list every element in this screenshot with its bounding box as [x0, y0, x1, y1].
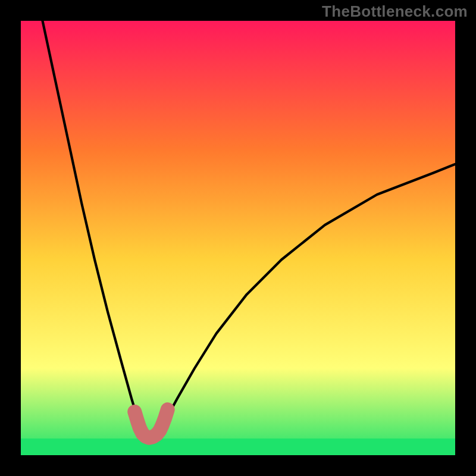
gradient-background [21, 21, 455, 455]
chart-stage: TheBottleneck.com [0, 0, 476, 476]
green-band [21, 439, 455, 455]
chart-svg [21, 21, 455, 455]
watermark-text: TheBottleneck.com [322, 2, 468, 21]
plot-area [21, 21, 455, 455]
